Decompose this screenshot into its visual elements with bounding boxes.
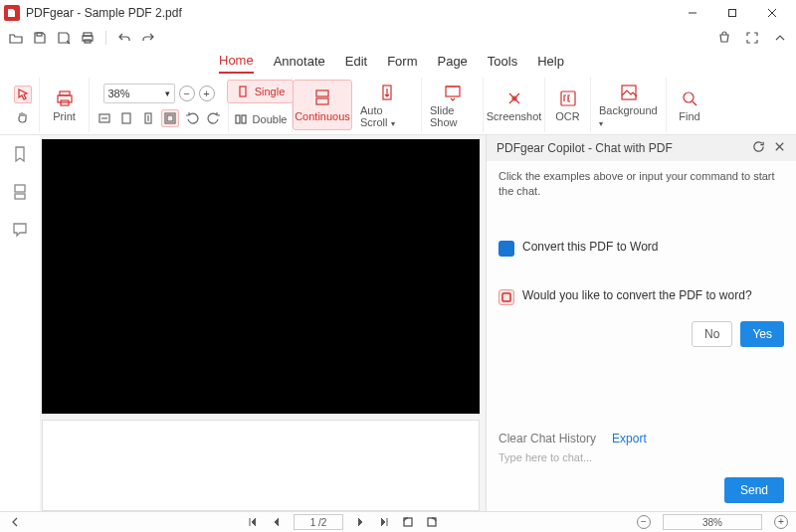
bot-avatar-icon — [498, 289, 514, 305]
menu-tools[interactable]: Tools — [488, 54, 517, 73]
background-icon[interactable] — [619, 83, 639, 102]
thumbnails-panel-icon[interactable] — [11, 183, 29, 201]
svg-rect-4 — [37, 33, 42, 36]
clear-history-link[interactable]: Clear Chat History — [498, 432, 596, 445]
zoom-indicator[interactable]: 38% — [663, 514, 762, 530]
maximize-button[interactable] — [712, 0, 752, 26]
svg-rect-31 — [502, 293, 510, 301]
redo-icon[interactable] — [140, 30, 156, 46]
user-message-text: Convert this PDF to Word — [522, 240, 659, 254]
screenshot-label: Screenshot — [487, 110, 542, 122]
zoom-out-button[interactable]: − — [179, 86, 195, 101]
menu-help[interactable]: Help — [537, 54, 564, 73]
slide-show-icon[interactable] — [443, 83, 463, 102]
find-icon[interactable] — [680, 89, 699, 108]
chat-input[interactable]: Type here to chat... — [498, 445, 784, 469]
zoom-in-status[interactable]: + — [774, 515, 788, 529]
menu-annotate[interactable]: Annotate — [274, 54, 325, 73]
copilot-title: PDFgear Copilot - Chat with PDF — [497, 141, 673, 155]
svg-rect-22 — [446, 87, 460, 96]
next-page-icon[interactable] — [353, 515, 367, 529]
svg-rect-1 — [729, 10, 736, 17]
svg-rect-19 — [316, 90, 328, 96]
zoom-select[interactable]: 38%▾ — [103, 84, 175, 103]
fit-page-icon[interactable] — [117, 109, 135, 127]
expand-sidebar-icon[interactable] — [8, 515, 22, 529]
print-button-icon[interactable] — [55, 89, 75, 108]
copilot-bot-message: Would you like to convert the PDF to wor… — [498, 288, 784, 305]
open-icon[interactable] — [8, 30, 24, 46]
copilot-header: PDFgear Copilot - Chat with PDF — [487, 135, 796, 161]
thumbnail-strip[interactable] — [42, 420, 480, 511]
first-page-icon[interactable] — [246, 515, 260, 529]
menu-home[interactable]: Home — [219, 53, 254, 74]
collapse-ribbon-icon[interactable] — [772, 30, 788, 46]
minimize-button[interactable] — [673, 0, 712, 26]
menu-page[interactable]: Page — [437, 54, 467, 73]
close-button[interactable] — [752, 0, 792, 26]
shopping-icon[interactable] — [716, 30, 732, 46]
undo-icon[interactable] — [116, 30, 132, 46]
menubar: Home Annotate Edit Form Page Tools Help — [0, 50, 796, 76]
svg-rect-28 — [15, 194, 25, 199]
titlebar: PDFgear - Sample PDF 2.pdf — [0, 0, 796, 26]
print-icon[interactable] — [80, 30, 96, 46]
ribbon-toolbar: Print 38%▾ − + Single Double Continuous … — [0, 76, 796, 135]
no-button[interactable]: No — [692, 321, 732, 347]
menu-form[interactable]: Form — [387, 54, 417, 73]
copilot-panel: PDFgear Copilot - Chat with PDF Click th… — [486, 135, 796, 511]
double-page-button[interactable]: Double — [226, 107, 296, 131]
continuous-label: Continuous — [295, 110, 350, 122]
page-view[interactable] — [42, 139, 480, 414]
zoom-out-status[interactable]: − — [637, 515, 651, 529]
background-label: Background ▾ — [599, 104, 658, 128]
auto-scroll-icon[interactable] — [377, 83, 397, 102]
page-rotate-left-icon[interactable] — [401, 515, 415, 529]
page-indicator[interactable]: 1 /2 — [294, 514, 343, 530]
prev-page-icon[interactable] — [270, 515, 284, 529]
rotate-right-icon[interactable] — [205, 109, 223, 127]
rotate-left-icon[interactable] — [183, 109, 201, 127]
svg-rect-27 — [15, 185, 25, 192]
actual-size-icon[interactable] — [161, 109, 179, 127]
select-tool[interactable] — [14, 86, 32, 103]
app-icon — [4, 5, 20, 21]
fit-height-icon[interactable] — [139, 109, 157, 127]
hand-tool[interactable] — [14, 107, 32, 125]
svg-rect-16 — [240, 87, 246, 96]
save-icon[interactable] — [32, 30, 48, 46]
save-as-icon[interactable] — [56, 30, 72, 46]
comments-panel-icon[interactable] — [11, 221, 29, 239]
ocr-label: OCR — [555, 110, 579, 122]
yes-button[interactable]: Yes — [740, 321, 784, 347]
zoom-value: 38% — [108, 88, 130, 99]
svg-rect-20 — [316, 98, 328, 104]
user-avatar-icon — [498, 241, 514, 257]
slide-show-label: Slide Show — [430, 104, 475, 128]
menu-edit[interactable]: Edit — [345, 54, 367, 73]
svg-rect-18 — [242, 115, 246, 123]
quick-access-toolbar — [0, 26, 796, 50]
screenshot-icon[interactable] — [504, 89, 524, 108]
ocr-icon[interactable] — [558, 89, 578, 108]
print-label: Print — [53, 110, 76, 122]
auto-scroll-label: Auto Scroll ▾ — [360, 104, 413, 128]
statusbar: 1 /2 − 38% + — [0, 511, 796, 532]
bookmark-panel-icon[interactable] — [11, 145, 29, 163]
copilot-refresh-icon[interactable] — [752, 140, 765, 156]
workspace: PDFgear Copilot - Chat with PDF Click th… — [0, 135, 796, 511]
send-button[interactable]: Send — [724, 477, 784, 503]
fullscreen-icon[interactable] — [744, 30, 760, 46]
window-title: PDFgear - Sample PDF 2.pdf — [26, 6, 673, 20]
single-page-button[interactable]: Single — [227, 80, 295, 103]
copilot-user-message: Convert this PDF to Word — [498, 240, 784, 257]
svg-rect-17 — [236, 115, 240, 123]
zoom-in-button[interactable]: + — [199, 86, 215, 101]
copilot-hint: Click the examples above or input your c… — [498, 169, 784, 200]
continuous-icon[interactable] — [312, 89, 332, 108]
copilot-close-icon[interactable] — [773, 140, 786, 156]
fit-width-icon[interactable] — [96, 109, 113, 127]
export-link[interactable]: Export — [612, 432, 647, 445]
last-page-icon[interactable] — [377, 515, 391, 529]
page-rotate-right-icon[interactable] — [425, 515, 439, 529]
